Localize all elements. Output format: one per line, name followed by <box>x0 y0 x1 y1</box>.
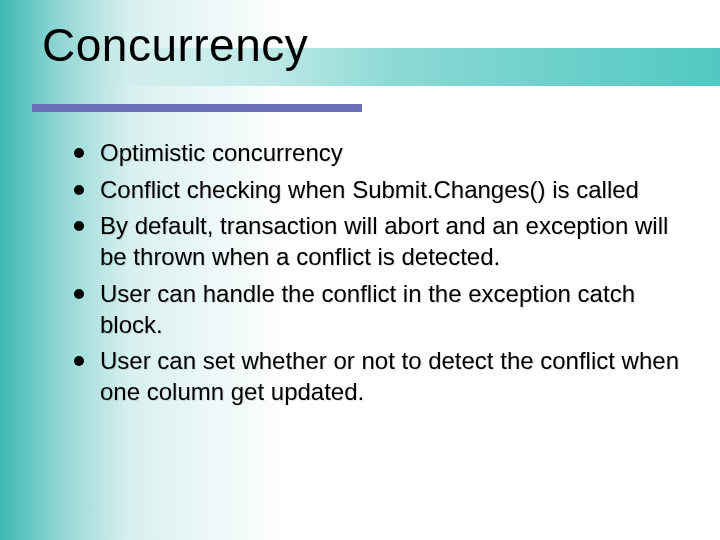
bullet-list: Optimistic concurrency Conflict checking… <box>70 138 680 408</box>
content-area: Optimistic concurrency Conflict checking… <box>0 80 720 408</box>
bullet-item: Optimistic concurrency <box>70 138 680 169</box>
bullet-item: User can set whether or not to detect th… <box>70 346 680 407</box>
slide-title: Concurrency <box>42 18 720 72</box>
bullet-item: Conflict checking when Submit.Changes() … <box>70 175 680 206</box>
bullet-item: By default, transaction will abort and a… <box>70 211 680 272</box>
title-area: Concurrency <box>0 0 720 80</box>
accent-bar <box>32 104 362 112</box>
bullet-item: User can handle the conflict in the exce… <box>70 279 680 340</box>
